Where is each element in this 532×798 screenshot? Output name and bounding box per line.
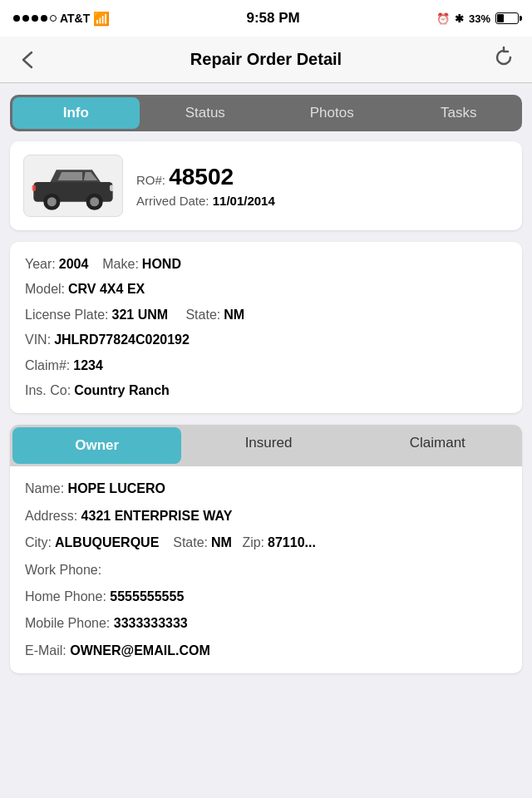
back-arrow-icon [17,48,40,71]
person-tab-bar: Owner Insured Claimant [10,425,522,466]
plate-row: License Plate: 321 UNM State: NM [25,306,507,324]
dot1 [13,15,20,22]
dot3 [32,15,38,22]
owner-city-row: City: ALBUQUERQUE State: NM Zip: 87110..… [25,534,507,552]
vin-row: VIN: JHLRD77824C020192 [25,331,507,349]
vehicle-image [23,155,123,217]
vehicle-details-card: Year: 2004 Make: HOND Model: CRV 4X4 EX … [10,242,522,413]
owner-work-row: Work Phone: [25,561,507,579]
owner-home-row: Home Phone: 5555555555 [25,588,507,606]
car-illustration [27,159,119,213]
dot5 [50,15,57,22]
owner-mobile-row: Mobile Phone: 3333333333 [25,614,507,633]
dot2 [22,15,29,22]
owner-email-row: E-Mail: OWNER@EMAIL.COM [25,642,507,660]
tab-tasks[interactable]: Tasks [396,95,523,131]
signal-dots [13,15,57,22]
owner-address-row: Address: 4321 ENTERPRISE WAY [25,507,507,525]
battery-percent: 33% [469,12,490,25]
refresh-button[interactable] [489,42,519,77]
svg-rect-5 [110,185,115,191]
wifi-icon: 📶 [93,11,110,27]
main-content: RO#: 48502 Arrived Date: 11/01/2014 Year… [0,141,532,690]
page-title: Repair Order Detail [190,50,342,69]
arrived-date-row: Arrived Date: 11/01/2014 [136,194,275,208]
tab-insured[interactable]: Insured [184,425,352,461]
alarm-icon: ⏰ [436,12,450,25]
status-left: AT&T 📶 [13,11,110,27]
battery-fill [497,14,504,22]
status-bar: AT&T 📶 9:58 PM ⏰ ✱ 33% [0,0,532,37]
tab-info[interactable]: Info [12,97,140,129]
model-row: Model: CRV 4X4 EX [25,280,507,298]
bluetooth-icon: ✱ [455,12,464,25]
refresh-icon [492,46,515,69]
svg-point-4 [90,197,99,206]
nav-bar: Repair Order Detail [0,37,532,83]
tab-photos[interactable]: Photos [268,95,396,131]
owner-name-row: Name: HOPE LUCERO [25,480,507,498]
tab-owner[interactable]: Owner [12,427,181,464]
year-make-row: Year: 2004 Make: HOND [25,255,507,273]
main-tab-bar: Info Status Photos Tasks [10,95,522,131]
ro-number-row: RO#: 48502 [136,164,275,190]
tab-status[interactable]: Status [142,95,269,131]
vehicle-info: RO#: 48502 Arrived Date: 11/01/2014 [136,164,275,208]
svg-rect-6 [32,185,37,191]
owner-details: Name: HOPE LUCERO Address: 4321 ENTERPRI… [10,466,522,673]
tab-claimant[interactable]: Claimant [353,425,522,461]
battery-icon [495,12,519,24]
person-card: Owner Insured Claimant Name: HOPE LUCERO… [10,425,522,673]
clock: 9:58 PM [247,10,300,27]
status-right: ⏰ ✱ 33% [436,12,519,25]
vehicle-header-card: RO#: 48502 Arrived Date: 11/01/2014 [10,141,522,230]
svg-point-2 [47,197,57,206]
ins-co-row: Ins. Co: Country Ranch [25,382,507,400]
dot4 [41,15,47,22]
carrier-label: AT&T [60,12,90,25]
claim-row: Claim#: 1234 [25,357,507,375]
back-button[interactable] [13,45,43,75]
